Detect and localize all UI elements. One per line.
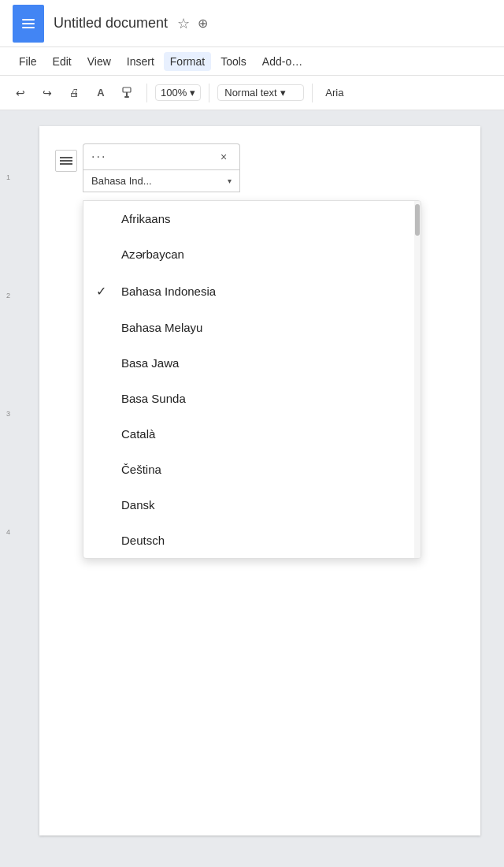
lang-selector-text: Bahasa Ind...	[91, 175, 223, 187]
svg-rect-2	[124, 96, 129, 98]
lang-option-dansk[interactable]: Dansk	[83, 487, 421, 523]
lang-widget-header: ··· ×	[83, 143, 240, 169]
doc-icon	[13, 5, 44, 43]
doc-line-1	[22, 19, 35, 20]
toolbar-divider-3	[312, 84, 313, 102]
paint-roller-button[interactable]	[117, 82, 139, 104]
lang-option-catala[interactable]: Català	[83, 416, 421, 452]
lang-name-cestina: Čeština	[121, 463, 405, 476]
doc-line-3	[22, 27, 35, 28]
lang-selector-arrow: ▾	[228, 177, 232, 185]
menu-addons[interactable]: Add-o…	[256, 52, 309, 71]
ruler-mark-1: 1	[6, 173, 10, 181]
lang-name-afrikaans: Afrikaans	[121, 212, 405, 225]
lang-option-deutsch[interactable]: Deutsch	[83, 523, 421, 558]
lang-name-deutsch: Deutsch	[121, 534, 405, 547]
menu-insert[interactable]: Insert	[120, 52, 161, 71]
doc-area: 1 2 3 4 ··· × Bahasa Ind...	[0, 110, 504, 867]
lang-name-bahasa-melayu: Bahasa Melayu	[121, 321, 405, 334]
lang-option-azerbaycan[interactable]: Azərbaycan	[83, 236, 421, 273]
ruler-mark-3: 3	[6, 410, 10, 418]
lang-name-basa-sunda: Basa Sunda	[121, 392, 405, 405]
menu-file[interactable]: File	[13, 52, 43, 71]
svg-rect-0	[123, 87, 131, 92]
paint-format-button[interactable]: A	[90, 82, 112, 104]
page-area: ··· × Bahasa Ind... ▾ Afrikaans	[16, 110, 504, 867]
ruler-mark-2: 2	[6, 292, 10, 300]
doc-line-2	[22, 23, 35, 24]
toc-line-1	[60, 157, 72, 158]
toc-line-2	[60, 160, 72, 162]
lang-name-dansk: Dansk	[121, 498, 405, 512]
lang-name-azerbaycan: Azərbaycan	[121, 247, 405, 262]
lang-option-afrikaans[interactable]: Afrikaans	[83, 201, 421, 236]
lang-widget: ··· × Bahasa Ind... ▾ Afrikaans	[83, 143, 240, 192]
doc-title: Untitled document	[54, 15, 168, 32]
add-doc-icon[interactable]: ⊕	[198, 16, 208, 31]
redo-button[interactable]: ↪	[36, 82, 58, 104]
lang-name-bahasa-indonesia: Bahasa Indonesia	[121, 285, 405, 298]
menu-bar: File Edit View Insert Format Tools Add-o…	[0, 47, 504, 76]
font-name: Aria	[321, 85, 348, 100]
document-page: ··· × Bahasa Ind... ▾ Afrikaans	[39, 126, 480, 835]
toc-icon[interactable]	[55, 150, 77, 172]
toolbar: ↩ ↪ 🖨 A 100% ▾ Normal text ▾ Aria	[0, 76, 504, 110]
ruler-left: 1 2 3 4	[0, 110, 16, 867]
style-chevron: ▾	[280, 87, 286, 99]
print-button[interactable]: 🖨	[63, 82, 85, 104]
lang-selector[interactable]: Bahasa Ind... ▾	[83, 169, 240, 192]
toolbar-divider-1	[146, 84, 147, 102]
title-icons: ☆ ⊕	[177, 15, 208, 32]
lang-option-cestina[interactable]: Čeština	[83, 452, 421, 487]
menu-format[interactable]: Format	[164, 52, 211, 71]
lang-option-basa-jawa[interactable]: Basa Jawa	[83, 345, 421, 381]
toolbar-divider-2	[209, 84, 209, 102]
widget-close-button[interactable]: ×	[216, 149, 232, 165]
menu-view[interactable]: View	[81, 52, 117, 71]
toc-line-3	[60, 163, 72, 165]
lang-dropdown: Afrikaans Azərbaycan ✓ Bahasa Indonesia …	[83, 200, 421, 559]
doc-icon-lines	[19, 13, 38, 35]
style-value: Normal text	[224, 87, 276, 99]
zoom-dropdown[interactable]: 100% ▾	[155, 84, 201, 101]
widget-dots[interactable]: ···	[91, 150, 106, 164]
star-icon[interactable]: ☆	[177, 15, 190, 32]
svg-rect-1	[126, 92, 128, 96]
ruler-mark-4: 4	[6, 528, 10, 536]
zoom-value: 100%	[161, 87, 187, 99]
menu-edit[interactable]: Edit	[46, 52, 78, 71]
title-bar: Untitled document ☆ ⊕	[0, 0, 504, 47]
lang-option-basa-sunda[interactable]: Basa Sunda	[83, 381, 421, 416]
lang-option-bahasa-indonesia[interactable]: ✓ Bahasa Indonesia	[83, 273, 421, 310]
style-dropdown[interactable]: Normal text ▾	[217, 84, 304, 101]
lang-name-basa-jawa: Basa Jawa	[121, 356, 405, 370]
lang-name-catala: Català	[121, 427, 405, 441]
zoom-chevron: ▾	[190, 87, 195, 99]
menu-tools[interactable]: Tools	[214, 52, 253, 71]
undo-button[interactable]: ↩	[9, 82, 32, 104]
lang-check-bahasa-indonesia: ✓	[96, 284, 115, 299]
lang-option-bahasa-melayu[interactable]: Bahasa Melayu	[83, 310, 421, 345]
